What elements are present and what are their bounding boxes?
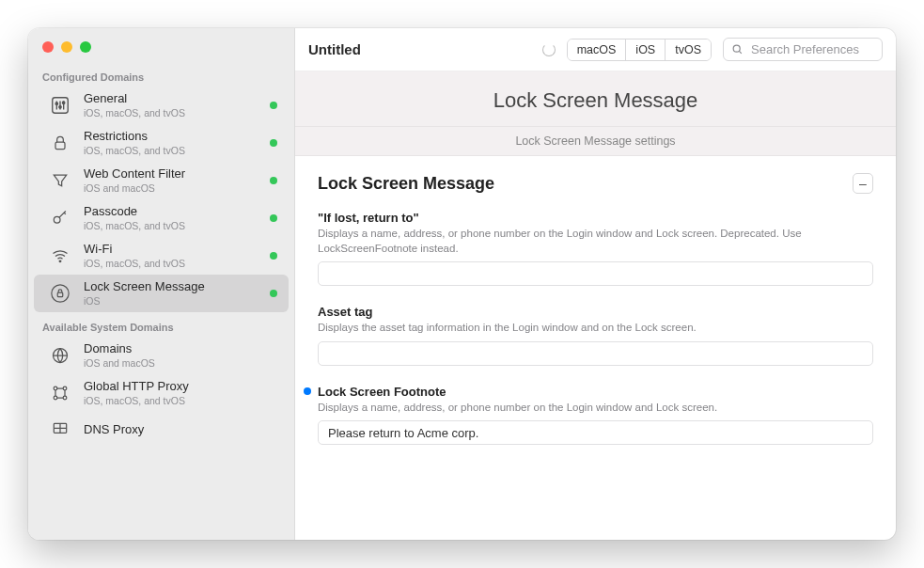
- platform-segmented-control: macOS iOS tvOS: [567, 39, 712, 61]
- network-icon: [48, 381, 72, 405]
- status-dot-icon: [270, 102, 277, 109]
- sidebar-item-label: Restrictions: [84, 130, 258, 144]
- status-dot-icon: [270, 177, 277, 184]
- globe-icon: [48, 343, 72, 368]
- sidebar-item-label: Domains: [84, 342, 277, 356]
- page-title: Lock Screen Message: [295, 71, 896, 127]
- sidebar-item-sub: iOS, macOS, and tvOS: [84, 258, 258, 269]
- collapse-panel-button[interactable]: –: [853, 173, 873, 194]
- sidebar-item-label: Web Content Filter: [84, 167, 258, 181]
- available-domains-heading: Available System Domains: [28, 312, 294, 337]
- sidebar-item-lock-screen-message[interactable]: Lock Screen Message iOS: [34, 275, 289, 312]
- sidebar-item-label: Passcode: [84, 205, 258, 219]
- modified-indicator-icon: [304, 387, 311, 395]
- field-description: Displays the asset tag information in th…: [318, 321, 873, 336]
- status-dot-icon: [270, 252, 277, 260]
- lock-screen-footnote-input[interactable]: [318, 420, 873, 445]
- field-description: Displays a name, address, or phone numbe…: [318, 401, 873, 416]
- if-lost-return-to-input[interactable]: [318, 261, 873, 286]
- sidebar-item-label: Global HTTP Proxy: [84, 380, 277, 394]
- sidebar-item-domains[interactable]: Domains iOS and macOS: [34, 337, 289, 374]
- grid-icon: [48, 418, 72, 442]
- svg-point-5: [54, 216, 60, 223]
- svg-point-13: [63, 396, 67, 400]
- svg-point-6: [59, 260, 61, 262]
- sidebar-item-wifi[interactable]: Wi-Fi iOS, macOS, and tvOS: [34, 237, 289, 275]
- segment-macos[interactable]: macOS: [568, 39, 627, 60]
- segment-tvos[interactable]: tvOS: [666, 39, 711, 60]
- field-label: "If lost, return to": [318, 211, 873, 225]
- status-dot-icon: [270, 214, 277, 222]
- minimize-window-button[interactable]: [61, 41, 72, 53]
- field-if-lost-return-to: "If lost, return to" Displays a name, ad…: [318, 211, 873, 286]
- search-field[interactable]: [723, 38, 883, 61]
- sidebar-item-label: Lock Screen Message: [84, 280, 258, 294]
- lock-icon: [48, 131, 72, 155]
- field-label: Lock Screen Footnote: [318, 385, 873, 399]
- status-dot-icon: [270, 290, 277, 297]
- document-title: Untitled: [308, 41, 361, 57]
- svg-point-7: [52, 285, 69, 302]
- svg-point-11: [63, 387, 67, 390]
- svg-rect-8: [57, 292, 63, 297]
- app-window: Configured Domains General iOS, macOS, a…: [28, 28, 896, 540]
- sliders-icon: [48, 93, 72, 118]
- field-label: Asset tag: [318, 305, 873, 319]
- svg-point-1: [55, 103, 57, 104]
- sidebar-item-sub: iOS: [84, 295, 258, 307]
- loading-spinner-icon: [542, 43, 556, 56]
- sidebar-item-sub: iOS, macOS, and tvOS: [84, 107, 258, 118]
- toolbar: Untitled macOS iOS tvOS: [295, 28, 896, 71]
- sidebar-item-web-content-filter[interactable]: Web Content Filter iOS and macOS: [34, 162, 289, 199]
- sidebar-item-restrictions[interactable]: Restrictions iOS, macOS, and tvOS: [34, 124, 289, 162]
- page-subtitle: Lock Screen Message settings: [295, 127, 896, 156]
- close-window-button[interactable]: [42, 41, 54, 53]
- asset-tag-input[interactable]: [318, 341, 873, 366]
- sidebar-item-sub: iOS, macOS, and tvOS: [84, 395, 277, 406]
- svg-point-10: [54, 387, 57, 390]
- sidebar-item-dns-proxy[interactable]: DNS Proxy: [34, 412, 289, 448]
- svg-point-2: [59, 106, 61, 108]
- segment-ios[interactable]: iOS: [626, 39, 666, 60]
- svg-rect-4: [55, 142, 65, 150]
- wifi-icon: [48, 244, 72, 268]
- main-content: Untitled macOS iOS tvOS Lock Screen Mess…: [295, 28, 896, 540]
- svg-point-15: [733, 45, 740, 52]
- lock-circle-icon: [48, 281, 72, 306]
- sidebar-item-sub: iOS, macOS, and tvOS: [84, 145, 258, 156]
- zoom-window-button[interactable]: [80, 41, 91, 53]
- svg-point-12: [54, 396, 57, 400]
- sidebar-item-global-http-proxy[interactable]: Global HTTP Proxy iOS, macOS, and tvOS: [34, 374, 289, 412]
- field-description: Displays a name, address, or phone numbe…: [318, 227, 873, 256]
- search-input[interactable]: [749, 41, 874, 57]
- sidebar-item-label: General: [84, 92, 258, 106]
- window-traffic-lights: [28, 28, 294, 62]
- sidebar-item-sub: iOS, macOS, and tvOS: [84, 220, 258, 231]
- sidebar-item-sub: iOS and macOS: [84, 182, 258, 194]
- key-icon: [48, 206, 72, 230]
- search-icon: [731, 43, 744, 55]
- settings-panel: Lock Screen Message – "If lost, return t…: [295, 156, 896, 540]
- sidebar-item-sub: iOS and macOS: [84, 357, 277, 369]
- sidebar-item-label: Wi-Fi: [84, 243, 258, 257]
- sidebar: Configured Domains General iOS, macOS, a…: [28, 28, 295, 540]
- field-lock-screen-footnote: Lock Screen Footnote Displays a name, ad…: [318, 385, 873, 446]
- sidebar-item-passcode[interactable]: Passcode iOS, macOS, and tvOS: [34, 199, 289, 237]
- status-dot-icon: [270, 139, 277, 147]
- field-asset-tag: Asset tag Displays the asset tag informa…: [318, 305, 873, 366]
- configured-domains-heading: Configured Domains: [28, 62, 294, 87]
- sidebar-item-label: DNS Proxy: [84, 423, 277, 437]
- panel-title: Lock Screen Message: [318, 174, 494, 194]
- sidebar-item-general[interactable]: General iOS, macOS, and tvOS: [34, 87, 289, 124]
- svg-point-3: [62, 102, 64, 103]
- funnel-icon: [48, 168, 72, 193]
